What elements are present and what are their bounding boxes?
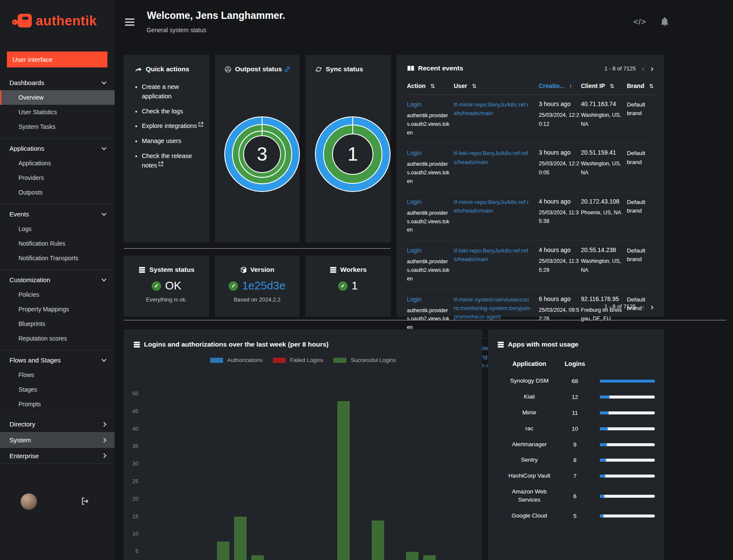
- app-usage-progressbar: [600, 459, 655, 462]
- app-usage-progressbar: [600, 396, 655, 399]
- quick-action-check-the-logs[interactable]: Check the logs: [142, 107, 204, 116]
- version-detail: Based on 2024.2.2: [215, 296, 299, 303]
- page-title: Welcome, Jens Langhammer.: [147, 10, 285, 21]
- event-client-ip-cell: 40.71.163.74Washington, US, NA: [581, 100, 627, 137]
- event-geo: Washington, US, NA: [581, 159, 623, 177]
- notifications-bell-icon[interactable]: [660, 17, 669, 26]
- event-action-link[interactable]: Login: [407, 149, 421, 156]
- sidebar-item-system-tasks[interactable]: System Tasks: [0, 119, 115, 134]
- y-axis-tick: 10: [124, 531, 138, 537]
- sort-icon[interactable]: ⇅: [610, 83, 614, 89]
- sidebar-item-flows[interactable]: Flows: [0, 368, 115, 382]
- user-interface-button[interactable]: User interface: [7, 52, 107, 67]
- progress-fill: [600, 396, 610, 399]
- event-age: 3 hours ago: [539, 100, 581, 107]
- chevron-down-icon: [101, 277, 106, 281]
- outpost-link-icon[interactable]: [284, 66, 291, 73]
- sidebar-item-providers[interactable]: Providers: [0, 170, 115, 185]
- y-axis-tick: 40: [124, 426, 138, 432]
- event-user-link[interactable]: tf-mimir-repo:BeryJu/k8s:ref:refs/heads/…: [454, 100, 539, 118]
- external-link-icon: [199, 122, 203, 127]
- chart-bar: [406, 552, 418, 560]
- event-creation-cell: 6 hours ago25/03/2024, 09:52:28: [539, 295, 581, 332]
- quick-action-check-the-release-notes[interactable]: Check the release notes: [142, 152, 204, 170]
- sidebar-item-policies[interactable]: Policies: [0, 287, 115, 302]
- event-user-link[interactable]: tf-mimir-repo:BeryJu/k8s:ref:refs/heads/…: [454, 198, 539, 216]
- event-action-link[interactable]: Login: [407, 198, 421, 205]
- menu-icon[interactable]: [125, 18, 134, 27]
- event-action-link[interactable]: Login: [407, 101, 421, 108]
- avatar[interactable]: [21, 493, 37, 510]
- legend-item-authorizations: Authorizations: [210, 357, 263, 363]
- event-action-link[interactable]: Login: [407, 296, 421, 303]
- sidebar-item-overview[interactable]: Overview: [0, 90, 115, 105]
- sidebar-section-toggle-customization[interactable]: Customization: [0, 272, 115, 287]
- sidebar-section-dashboards: DashboardsOverviewUser StatisticsSystem …: [0, 73, 115, 139]
- sidebar-item-property-mappings[interactable]: Property Mappings: [0, 302, 115, 317]
- sidebar-section-toggle-dashboards[interactable]: Dashboards: [0, 75, 115, 90]
- event-action-link[interactable]: Login: [407, 247, 421, 254]
- sort-icon[interactable]: ⇅: [649, 83, 654, 89]
- sort-asc-icon[interactable]: ↑: [569, 83, 572, 89]
- version-card: Version ✓ 1e25d3e Based on 2024.2.2: [215, 256, 299, 317]
- check-circle-icon: ✓: [338, 281, 348, 291]
- sidebar-section-toggle-events[interactable]: Events: [0, 206, 115, 222]
- sort-icon[interactable]: ⇅: [431, 83, 435, 89]
- event-timestamp: 25/03/2024, 12:20:05: [539, 159, 579, 177]
- api-code-icon[interactable]: </>: [633, 17, 646, 27]
- sidebar-section-system[interactable]: System: [0, 432, 115, 448]
- event-user-link[interactable]: tf-mimir-system:serviceaccount:monitorin…: [454, 295, 539, 322]
- event-timestamp: 25/03/2024, 11:35:38: [539, 208, 579, 226]
- sidebar-item-blueprints[interactable]: Blueprints: [0, 317, 115, 331]
- sidebar-item-notification-rules[interactable]: Notification Rules: [0, 236, 115, 251]
- version-value[interactable]: 1e25d3e: [242, 279, 285, 292]
- event-brand-cell: Default brand: [627, 198, 655, 234]
- sync-status-donut: 1: [315, 116, 391, 192]
- workers-title: Workers: [340, 266, 367, 274]
- book-icon: [407, 65, 415, 72]
- events-col-action[interactable]: Action⇅: [407, 72, 454, 95]
- y-axis-tick: 25: [124, 478, 138, 484]
- sidebar-section-toggle-flows-and-stages[interactable]: Flows and Stages: [0, 352, 115, 368]
- event-brand-cell: Default brand: [627, 295, 655, 332]
- sidebar-item-notification-transports[interactable]: Notification Transports: [0, 251, 115, 265]
- y-axis-tick: 50: [124, 391, 138, 397]
- logout-icon[interactable]: [81, 497, 90, 505]
- events-pagination-top: 1 - 6 of 7125 ‹ ›: [605, 65, 654, 72]
- quick-action-explore-integrations[interactable]: Explore integrations: [142, 122, 204, 131]
- sidebar-item-logs[interactable]: Logs: [0, 222, 115, 236]
- sidebar-section-toggle-applications[interactable]: Applications: [0, 140, 115, 156]
- event-age: 4 hours ago: [539, 247, 581, 253]
- sidebar-item-prompts[interactable]: Prompts: [0, 397, 115, 411]
- events-col-client-ip[interactable]: Client IP⇅: [581, 72, 627, 95]
- sidebar-nav: DashboardsOverviewUser StatisticsSystem …: [0, 73, 115, 464]
- sidebar-item-reputation-scores[interactable]: Reputation scores: [0, 331, 115, 346]
- sidebar-item-user-statistics[interactable]: User Statistics: [0, 105, 115, 119]
- event-timestamp: 25/03/2024, 11:35:29: [539, 257, 579, 274]
- authentik-logo: authentik: [12, 12, 97, 30]
- sidebar-section-enterprise[interactable]: Enterprise: [0, 448, 115, 464]
- sidebar-item-stages[interactable]: Stages: [0, 382, 115, 397]
- sidebar-item-outposts[interactable]: Outposts: [0, 185, 115, 200]
- events-col-brand[interactable]: Brand⇅: [627, 72, 654, 95]
- event-user-link[interactable]: tf-loki-repo:BeryJu/k8s:ref:refs/heads/m…: [454, 149, 539, 167]
- outpost-count: 3: [224, 116, 300, 192]
- event-user-link[interactable]: tf-loki-repo:BeryJu/k8s:ref:refs/heads/m…: [454, 247, 539, 264]
- version-title: Version: [250, 266, 275, 274]
- pagination-next-icon[interactable]: ›: [651, 66, 654, 71]
- events-col-user[interactable]: User⇅: [454, 72, 539, 95]
- app-logins: 68: [562, 378, 588, 384]
- quick-action-manage-users[interactable]: Manage users: [142, 137, 204, 146]
- sidebar-section-directory[interactable]: Directory: [0, 416, 115, 432]
- sort-icon[interactable]: ⇅: [472, 83, 476, 89]
- sidebar-item-applications[interactable]: Applications: [0, 156, 115, 170]
- pagination-next-icon[interactable]: ›: [651, 304, 654, 309]
- pagination-prev-icon[interactable]: ‹: [642, 304, 645, 309]
- quick-actions-card: Quick actions Create a new applicationCh…: [124, 55, 210, 243]
- event-age: 6 hours ago: [539, 295, 581, 302]
- outpost-status-donut: 3: [224, 116, 300, 192]
- event-creation-cell: 4 hours ago25/03/2024, 11:35:29: [539, 247, 581, 283]
- events-col-creatio[interactable]: Creatio...↑: [539, 72, 581, 95]
- quick-action-create-a-new-application[interactable]: Create a new application: [142, 82, 204, 101]
- pagination-prev-icon[interactable]: ‹: [642, 66, 645, 71]
